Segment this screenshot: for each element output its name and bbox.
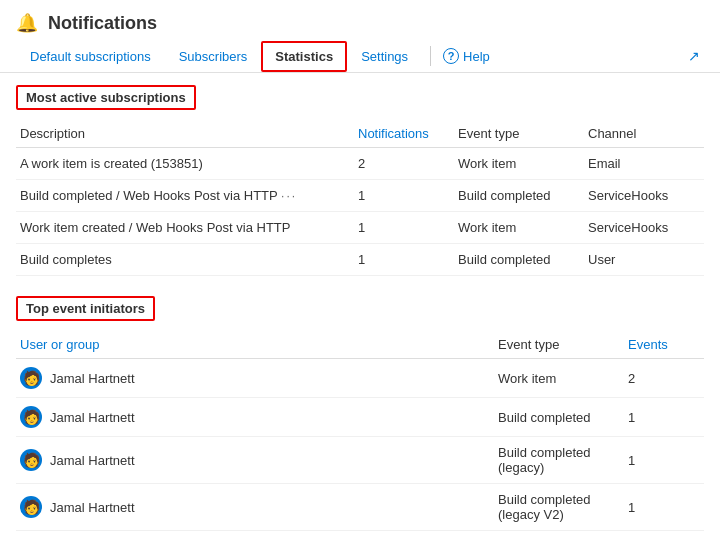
help-icon: ? xyxy=(443,48,459,64)
cell-event-type: Build completed (legacy V2) xyxy=(494,484,624,531)
most-active-table: Description Notifications Event type Cha… xyxy=(16,120,704,276)
cell-notifications: 1 xyxy=(354,244,454,276)
cell-events: 1 xyxy=(624,484,704,531)
cell-channel: Email xyxy=(584,148,704,180)
user-name: Jamal Hartnett xyxy=(50,371,135,386)
tab-default-subscriptions[interactable]: Default subscriptions xyxy=(16,41,165,72)
nav-divider xyxy=(430,46,431,66)
table-row: Build completed / Web Hooks Post via HTT… xyxy=(16,180,704,212)
most-active-table-body: A work item is created (153851) 2 Work i… xyxy=(16,148,704,276)
cell-description: A work item is created (153851) xyxy=(16,148,354,180)
cell-events: 1 xyxy=(624,398,704,437)
cell-user: 🧑 Jamal Hartnett xyxy=(16,398,494,437)
bell-icon: 🔔 xyxy=(16,12,38,34)
cell-description: Work item created / Web Hooks Post via H… xyxy=(16,212,354,244)
col-description: Description xyxy=(16,120,354,148)
table-row: 🧑 Jamal Hartnett Build completed (legacy… xyxy=(16,437,704,484)
cell-channel: ServiceHooks xyxy=(584,180,704,212)
more-options-dots: ··· xyxy=(281,189,297,203)
most-active-section: Most active subscriptions Description No… xyxy=(16,85,704,276)
cell-description: Build completed / Web Hooks Post via HTT… xyxy=(16,180,354,212)
top-initiators-table: User or group Event type Events 🧑 Jamal … xyxy=(16,331,704,531)
top-initiators-header: Top event initiators xyxy=(16,296,155,321)
user-name: Jamal Hartnett xyxy=(50,410,135,425)
table-row: Build completes 1 Build completed User xyxy=(16,244,704,276)
cell-description: Build completes xyxy=(16,244,354,276)
col-initiator-event-type: Event type xyxy=(494,331,624,359)
avatar: 🧑 xyxy=(20,367,42,389)
tab-subscribers[interactable]: Subscribers xyxy=(165,41,262,72)
avatar: 🧑 xyxy=(20,496,42,518)
user-name: Jamal Hartnett xyxy=(50,453,135,468)
cell-event-type: Build completed xyxy=(454,244,584,276)
cell-event-type: Work item xyxy=(454,212,584,244)
expand-icon[interactable]: ↗ xyxy=(684,40,704,72)
page-header: 🔔 Notifications xyxy=(0,0,720,40)
most-active-table-header-row: Description Notifications Event type Cha… xyxy=(16,120,704,148)
col-event-type: Event type xyxy=(454,120,584,148)
cell-notifications: 1 xyxy=(354,180,454,212)
table-row: 🧑 Jamal Hartnett Build completed 1 xyxy=(16,398,704,437)
col-user-or-group: User or group xyxy=(16,331,494,359)
cell-user: 🧑 Jamal Hartnett xyxy=(16,437,494,484)
main-content: Most active subscriptions Description No… xyxy=(0,73,720,537)
help-label: Help xyxy=(463,49,490,64)
top-initiators-header-row: User or group Event type Events xyxy=(16,331,704,359)
cell-channel: User xyxy=(584,244,704,276)
cell-notifications: 1 xyxy=(354,212,454,244)
col-events: Events xyxy=(624,331,704,359)
table-row: A work item is created (153851) 2 Work i… xyxy=(16,148,704,180)
most-active-header: Most active subscriptions xyxy=(16,85,196,110)
top-initiators-table-body: 🧑 Jamal Hartnett Work item 2 🧑 Jamal Har… xyxy=(16,359,704,531)
top-initiators-section: Top event initiators User or group Event… xyxy=(16,296,704,531)
help-link[interactable]: ? Help xyxy=(439,40,494,72)
tab-settings[interactable]: Settings xyxy=(347,41,422,72)
user-name: Jamal Hartnett xyxy=(50,500,135,515)
col-channel: Channel xyxy=(584,120,704,148)
cell-event-type: Build completed xyxy=(494,398,624,437)
page-title: Notifications xyxy=(48,13,157,34)
avatar: 🧑 xyxy=(20,406,42,428)
cell-event-type: Work item xyxy=(454,148,584,180)
cell-notifications: 2 xyxy=(354,148,454,180)
col-notifications: Notifications xyxy=(354,120,454,148)
avatar: 🧑 xyxy=(20,449,42,471)
navigation-bar: Default subscriptions Subscribers Statis… xyxy=(0,40,720,73)
cell-event-type: Build completed xyxy=(454,180,584,212)
cell-channel: ServiceHooks xyxy=(584,212,704,244)
cell-event-type: Build completed (legacy) xyxy=(494,437,624,484)
table-row: 🧑 Jamal Hartnett Build completed (legacy… xyxy=(16,484,704,531)
cell-events: 1 xyxy=(624,437,704,484)
cell-event-type: Work item xyxy=(494,359,624,398)
cell-events: 2 xyxy=(624,359,704,398)
table-row: 🧑 Jamal Hartnett Work item 2 xyxy=(16,359,704,398)
tab-statistics[interactable]: Statistics xyxy=(261,41,347,72)
cell-user: 🧑 Jamal Hartnett xyxy=(16,484,494,531)
cell-user: 🧑 Jamal Hartnett xyxy=(16,359,494,398)
table-row: Work item created / Web Hooks Post via H… xyxy=(16,212,704,244)
